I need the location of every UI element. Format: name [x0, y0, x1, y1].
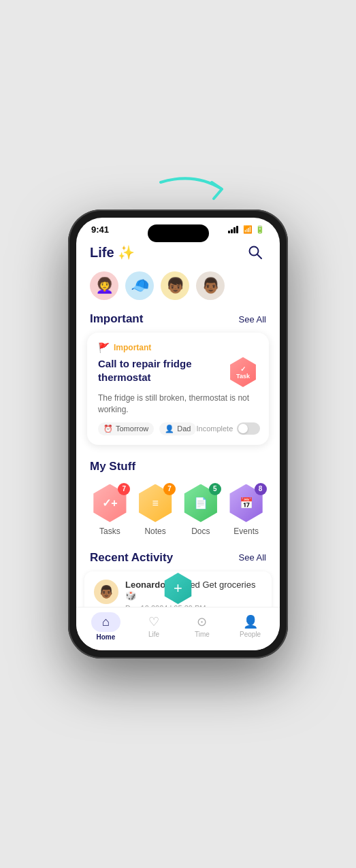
important-section-header: Important See All	[76, 308, 280, 333]
notes-label: Notes	[144, 527, 165, 536]
search-button[interactable]	[244, 241, 266, 263]
nav-time-label: Time	[195, 631, 210, 638]
nav-life[interactable]: ♡ Life	[130, 610, 178, 642]
nav-people-label: People	[240, 631, 261, 638]
stuff-item-tasks[interactable]: ✓+ 7 Tasks	[89, 483, 130, 536]
person-icon: 👤	[165, 424, 174, 433]
recent-activity-section-header: Recent Activity See All	[76, 547, 280, 571]
flag-icon: 🚩	[98, 342, 110, 353]
status-icons: 📶 🔋	[228, 225, 265, 234]
toggle-label: Incomplete	[196, 424, 233, 433]
teal-arrow-decoration	[154, 169, 236, 216]
bottom-nav: ⌂ Home ♡ Life ⊙ Time 👤 People	[76, 607, 280, 650]
mystuff-grid: ✓+ 7 Tasks ≡ 7	[76, 480, 280, 547]
tasks-count: 7	[118, 483, 130, 495]
card-label: 🚩 Important	[98, 342, 258, 353]
nav-life-label: Life	[148, 631, 159, 638]
card-label-text: Important	[114, 343, 151, 352]
nav-people[interactable]: 👤 People	[226, 610, 274, 642]
events-count: 8	[255, 483, 267, 495]
time-icon: ⊙	[197, 614, 207, 629]
fab-icon: +	[174, 581, 182, 596]
tomorrow-label: Tomorrow	[116, 424, 148, 433]
toggle-row: Incomplete	[196, 422, 260, 435]
important-card[interactable]: 🚩 Important Call to repair fridge thermo…	[87, 333, 269, 445]
phone-screen: 9:41 📶 🔋 Life ✨	[76, 218, 280, 650]
mystuff-section-title: My Stuff	[90, 460, 135, 473]
notes-count: 7	[163, 483, 176, 495]
phone-frame: 9:41 📶 🔋 Life ✨	[68, 210, 288, 658]
tasks-label: Tasks	[99, 527, 120, 536]
clock-icon: ⏰	[103, 424, 113, 433]
activity-see-all[interactable]: See All	[239, 552, 266, 563]
dad-label: Dad	[177, 424, 191, 433]
card-tags: ⏰ Tomorrow 👤 Dad	[98, 422, 196, 435]
people-icon: 👤	[243, 614, 258, 629]
app-title: Life ✨	[90, 244, 135, 261]
important-section-title: Important	[90, 312, 143, 326]
dynamic-island	[148, 224, 209, 242]
signal-icon	[228, 226, 238, 233]
incomplete-toggle[interactable]	[237, 422, 260, 435]
docs-count: 5	[209, 483, 221, 495]
tomorrow-tag: ⏰ Tomorrow	[98, 422, 154, 435]
nav-home[interactable]: ⌂ Home	[82, 608, 130, 645]
stuff-item-docs[interactable]: 📄 5 Docs	[180, 483, 221, 536]
leonardo-text: Leonardo updated Get groceries 🎲	[125, 580, 262, 603]
leonardo-name: Leonardo	[125, 580, 165, 590]
home-icon: ⌂	[102, 615, 110, 629]
nav-time[interactable]: ⊙ Time	[178, 610, 227, 642]
events-label: Events	[233, 527, 259, 536]
nav-home-bg: ⌂	[91, 612, 120, 632]
status-time: 9:41	[91, 224, 109, 235]
mystuff-section-header: My Stuff	[76, 456, 280, 480]
nav-home-label: Home	[96, 633, 115, 641]
avatar-2[interactable]: 🧢	[125, 271, 154, 300]
avatar-3[interactable]: 👦🏾	[161, 271, 189, 300]
important-see-all[interactable]: See All	[239, 314, 266, 324]
task-badge-label: Task	[236, 373, 250, 380]
avatar-1[interactable]: 👩‍🦱	[90, 271, 118, 300]
leonardo-avatar: 👨🏾	[94, 580, 118, 604]
card-title: Call to repair fridge thermostat	[98, 357, 223, 384]
stuff-item-notes[interactable]: ≡ 7 Notes	[135, 483, 176, 536]
svg-line-1	[257, 254, 261, 258]
docs-label: Docs	[191, 527, 210, 536]
stuff-item-events[interactable]: 📅 8 Events	[226, 483, 267, 536]
card-header-row: Call to repair fridge thermostat ✓ Task	[98, 357, 258, 387]
avatar-4[interactable]: 👨🏾	[196, 271, 225, 300]
avatars-row: 👩‍🦱 🧢 👦🏾 👨🏾	[76, 269, 280, 308]
task-badge: ✓ Task	[228, 357, 258, 387]
card-meta: ⏰ Tomorrow 👤 Dad Incomplete	[98, 422, 258, 435]
dad-tag: 👤 Dad	[159, 422, 196, 435]
card-description: The fridge is still broken, thermostat i…	[98, 393, 258, 416]
recent-activity-title: Recent Activity	[90, 551, 173, 565]
life-icon: ♡	[148, 614, 159, 629]
